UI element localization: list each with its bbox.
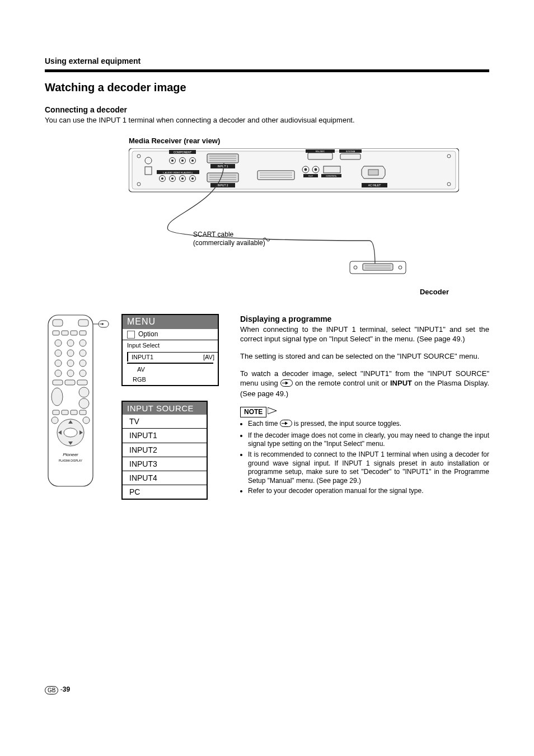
page-num-value: 39	[63, 685, 70, 693]
page-number: GB -39	[45, 685, 70, 694]
svg-point-95	[51, 388, 63, 406]
svg-rect-58	[368, 170, 378, 175]
menu-title: MENU	[123, 315, 218, 329]
svg-point-108	[51, 417, 58, 424]
source-item: TV	[123, 415, 207, 428]
svg-point-96	[79, 387, 89, 397]
svg-rect-48	[340, 154, 360, 159]
input-source-box: INPUT SOURCE TV INPUT1 INPUT2 INPUT3 INP…	[121, 401, 208, 500]
svg-rect-79	[79, 331, 86, 335]
display-text-column: Displaying a programme When connecting t…	[240, 314, 489, 500]
source-item: PC	[123, 485, 207, 499]
svg-point-85	[79, 350, 86, 356]
option-icon	[127, 331, 135, 339]
note-item: Refer to your decoder operation manual f…	[248, 487, 489, 496]
svg-text:SYSTEM: SYSTEM	[346, 150, 355, 153]
source-item: INPUT1	[123, 428, 207, 442]
display-heading: Displaying a programme	[240, 314, 489, 324]
display-p3-bold: INPUT	[390, 379, 412, 387]
display-p3: To watch a decoder image, select "INPUT1…	[240, 369, 489, 399]
svg-point-80	[55, 340, 62, 346]
menu-input1-label: INPUT1	[132, 353, 153, 361]
menu-input1-value: [AV]	[203, 353, 214, 361]
svg-text:SCART cable: SCART cable	[193, 231, 234, 238]
remote-control-figure: Pioneer PLASMA DISPLAY	[45, 314, 109, 500]
menu-input-select: Input Select	[123, 340, 218, 350]
menu-box: MENU Option Input Select INPUT1 [AV] AV …	[121, 314, 219, 386]
gb-badge: GB	[45, 686, 58, 694]
svg-point-109	[83, 417, 90, 424]
connecting-heading: Connecting a decoder	[45, 105, 489, 115]
svg-text:RS-232C: RS-232C	[316, 150, 325, 153]
svg-point-24	[161, 177, 163, 180]
svg-point-11	[181, 159, 184, 162]
menu-av-row: AV	[127, 363, 213, 374]
source-item: INPUT4	[123, 471, 207, 485]
svg-rect-75	[78, 320, 88, 326]
svg-text:INPUT 1: INPUT 1	[217, 165, 228, 168]
input-source-title: INPUT SOURCE	[123, 402, 207, 415]
svg-text:AC INLET: AC INLET	[368, 184, 381, 187]
svg-point-64	[354, 266, 357, 269]
page-title: Watching a decoder image	[45, 80, 489, 95]
display-p1: When connecting to the INPUT 1 terminal,…	[240, 325, 489, 344]
note-block: NOTE Each time is pressed, the input sou…	[240, 407, 489, 496]
svg-point-30	[191, 177, 194, 180]
note-label-text: NOTE	[244, 408, 263, 416]
svg-rect-76	[53, 331, 59, 335]
svg-text:Pioneer: Pioneer	[63, 452, 78, 457]
svg-rect-53	[324, 166, 340, 173]
note-item: Each time is pressed, the input source t…	[248, 420, 489, 430]
svg-point-91	[79, 370, 86, 377]
svg-rect-66	[363, 264, 393, 270]
menu-option-row: Option	[123, 329, 218, 340]
source-item: INPUT2	[123, 443, 207, 457]
svg-point-28	[181, 177, 184, 180]
display-p3b: on the remote control unit or	[295, 379, 390, 387]
svg-text:OUT: OUT	[308, 175, 313, 177]
svg-point-82	[79, 340, 86, 346]
note-item: If the decoder image does not come in cl…	[248, 431, 489, 449]
note-arrow-icon	[268, 407, 278, 417]
diagram-title: Media Receiver (rear view)	[129, 137, 489, 146]
source-item: INPUT3	[123, 457, 207, 471]
svg-point-103	[64, 428, 77, 437]
svg-rect-99	[62, 410, 68, 415]
note-list: Each time is pressed, the input source t…	[240, 420, 489, 496]
svg-rect-98	[53, 410, 59, 415]
note-label: NOTE	[240, 407, 266, 418]
display-p2: The setting is stored and can be selecte…	[240, 352, 489, 361]
svg-rect-100	[71, 410, 77, 415]
media-receiver-diagram: COMPONENT COMPONENT INPUT 1 L-AUDIO VIDE…	[129, 148, 459, 285]
svg-point-81	[67, 340, 74, 346]
note-item: It is recommended to connect to the INPU…	[248, 450, 489, 485]
divider	[45, 69, 489, 72]
svg-text:(commercially available): (commercially available)	[193, 239, 265, 247]
svg-point-13	[191, 159, 194, 162]
svg-text:PLASMA DISPLAY: PLASMA DISPLAY	[59, 459, 83, 462]
input-select-icon	[280, 420, 292, 430]
note-item-0a: Each time	[248, 420, 280, 428]
decoder-label: Decoder	[45, 288, 449, 297]
svg-point-83	[55, 350, 62, 356]
connecting-text: You can use the INPUT 1 terminal when co…	[45, 116, 489, 125]
menu-option-label: Option	[138, 330, 158, 338]
svg-rect-74	[53, 320, 63, 326]
svg-point-65	[399, 266, 402, 269]
svg-rect-78	[71, 331, 77, 335]
svg-point-90	[67, 370, 74, 377]
svg-text:CONTROL: CONTROL	[326, 175, 337, 177]
svg-text:INPUT 2: INPUT 2	[217, 184, 228, 187]
section-header: Using external equipment	[45, 56, 489, 66]
svg-point-26	[171, 177, 174, 180]
svg-text:L-AUDIO  VIDEO  R-AUDIO-L: L-AUDIO VIDEO R-AUDIO-L	[163, 171, 193, 174]
input-select-icon	[280, 379, 293, 389]
osd-menus: MENU Option Input Select INPUT1 [AV] AV …	[121, 314, 228, 500]
svg-point-50	[305, 168, 307, 171]
svg-rect-94	[77, 380, 87, 385]
svg-point-87	[67, 360, 74, 367]
svg-point-97	[79, 398, 89, 408]
svg-rect-93	[65, 380, 75, 385]
svg-point-52	[315, 168, 317, 171]
menu-rgb-row: RGB	[123, 374, 218, 384]
